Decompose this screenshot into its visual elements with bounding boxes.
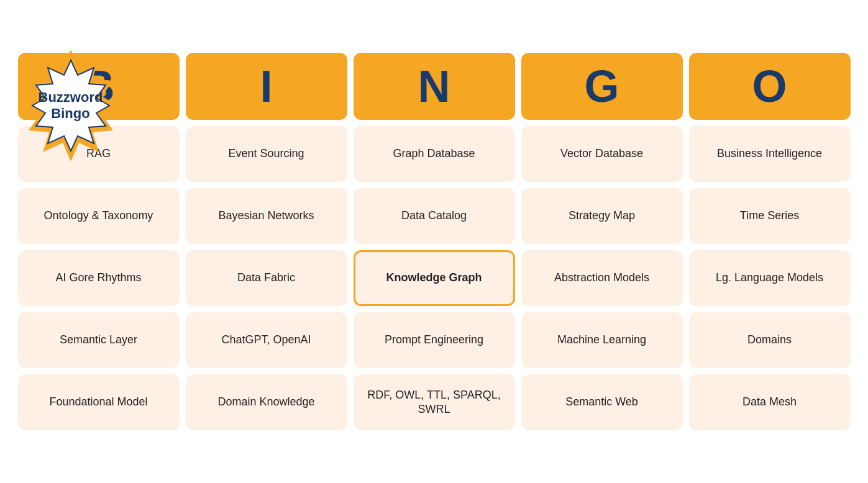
cell-1-0[interactable]: Ontology & Taxonomy [18,188,180,244]
header-i: I [186,53,347,120]
cell-4-0[interactable]: Foundational Model [18,374,180,430]
cell-3-3[interactable]: Machine Learning [521,312,683,368]
cell-4-3[interactable]: Semantic Web [521,374,683,430]
header-letter-n: N [418,64,450,109]
cell-2-1[interactable]: Data Fabric [186,250,347,306]
header-letter-o: O [752,64,787,109]
cell-1-4[interactable]: Time Series [689,188,851,244]
header-letter-g: G [584,64,619,109]
cell-3-4[interactable]: Domains [689,312,851,368]
cell-2-2[interactable]: Knowledge Graph [354,250,515,306]
header-o: O [689,53,851,120]
cell-1-2[interactable]: Data Catalog [354,188,515,244]
header-letter-b: B [83,64,115,109]
cell-2-4[interactable]: Lg. Language Models [689,250,851,306]
cell-4-4[interactable]: Data Mesh [689,374,851,430]
cell-3-1[interactable]: ChatGPT, OpenAI [186,312,347,368]
header-n: N [354,53,515,120]
cell-2-0[interactable]: AI Gore Rhythms [18,250,180,306]
bingo-container: BuzzwordBingo B I N G O RAG Event Sourci… [18,53,851,430]
bingo-table: BuzzwordBingo B I N G O RAG Event Sourci… [18,53,851,430]
cell-3-2[interactable]: Prompt Engineering [354,312,515,368]
header-letter-i: I [260,64,272,109]
cell-4-2[interactable]: RDF, OWL, TTL, SPARQL, SWRL [354,374,515,430]
cell-2-3[interactable]: Abstraction Models [521,250,683,306]
cell-1-3[interactable]: Strategy Map [521,188,683,244]
cell-0-2[interactable]: Graph Database [354,126,515,182]
cell-1-1[interactable]: Bayesian Networks [186,188,347,244]
header-g: G [521,53,683,120]
cell-0-1[interactable]: Event Sourcing [186,126,347,182]
cell-0-3[interactable]: Vector Database [521,126,683,182]
cell-3-0[interactable]: Semantic Layer [18,312,180,368]
cell-0-4[interactable]: Business Intelligence [689,126,851,182]
cell-0-0[interactable]: RAG [18,126,180,182]
header-b: BuzzwordBingo B [18,53,180,120]
cell-4-1[interactable]: Domain Knowledge [186,374,347,430]
